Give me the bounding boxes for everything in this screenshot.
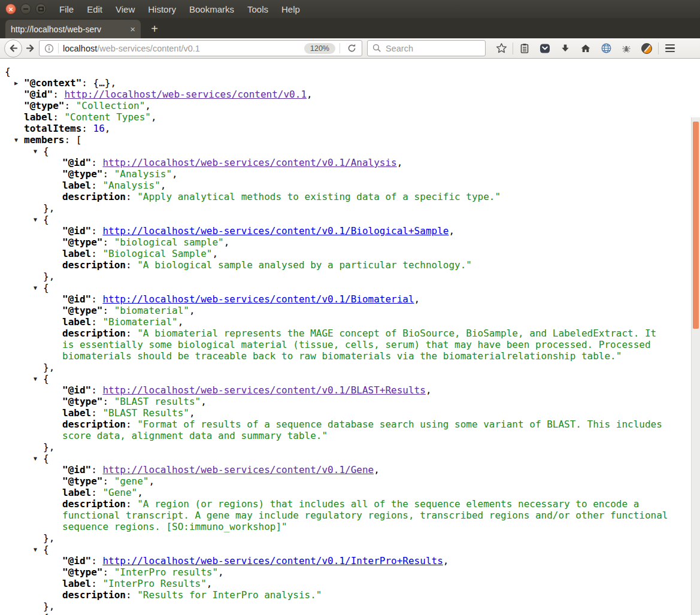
json-line: "@type": "Collection", <box>0 100 669 111</box>
json-punct: , <box>307 89 313 100</box>
reload-button[interactable] <box>344 43 359 53</box>
window-maximize-button[interactable] <box>35 4 46 14</box>
spider-extension-button[interactable] <box>616 41 637 56</box>
url-text[interactable]: localhost/web-services/content/v0.1 <box>63 44 304 53</box>
bookmarks-menu-button[interactable] <box>514 41 535 56</box>
collapse-toggle-icon[interactable]: ▼ <box>14 134 18 146</box>
url-bar[interactable]: localhost/web-services/content/v0.1 120% <box>39 40 362 56</box>
json-line: }, <box>0 532 669 544</box>
json-link[interactable]: http://localhost/web-services/content/v0… <box>102 464 374 475</box>
json-punct: : <box>91 316 102 328</box>
json-punct: : <box>102 305 114 316</box>
json-string: "A biological sample analysed by a parti… <box>137 259 472 271</box>
json-key: description <box>62 259 126 271</box>
json-link[interactable]: http://localhost/web-services/content/v0… <box>102 225 449 237</box>
json-punct: : <box>126 589 137 601</box>
menu-tools[interactable]: Tools <box>241 4 275 14</box>
menu-view[interactable]: View <box>109 4 141 14</box>
json-line: "@id": http://localhost/web-services/con… <box>0 293 669 305</box>
json-document: {▶"@context": {…},"@id": http://localhos… <box>0 59 691 615</box>
bookmark-star-button[interactable] <box>491 41 511 56</box>
json-line: "@id": http://localhost/web-services/con… <box>0 384 669 396</box>
zoom-indicator[interactable]: 120% <box>304 43 335 54</box>
collapse-toggle-icon[interactable]: ▼ <box>34 146 37 157</box>
tab-title-fade <box>110 25 127 34</box>
collapse-toggle-icon[interactable]: ▼ <box>34 544 37 555</box>
tab-title: http://localhost/web-serv <box>11 25 127 34</box>
scrollbar[interactable] <box>691 117 700 615</box>
tab-close-button[interactable]: × <box>130 24 135 34</box>
json-line: "@id": http://localhost/web-services/con… <box>0 89 669 100</box>
json-line: label: "Biological Sample", <box>0 248 669 259</box>
json-line: { <box>0 66 669 77</box>
new-tab-button[interactable]: + <box>146 21 163 37</box>
json-string: "Results for InterPro analysis." <box>137 589 322 601</box>
collapse-toggle-icon[interactable]: ▼ <box>34 282 37 293</box>
window-minimize-button[interactable] <box>20 4 31 14</box>
json-punct: }, <box>43 202 54 214</box>
json-link[interactable]: http://localhost/web-services/content/v0… <box>64 89 307 100</box>
json-link[interactable]: http://localhost/web-services/content/v0… <box>102 555 443 566</box>
collapse-toggle-icon[interactable]: ▼ <box>34 612 37 615</box>
json-key: label <box>24 111 53 123</box>
json-line: "@type": "Analysis", <box>0 168 669 180</box>
json-punct: : <box>91 157 102 168</box>
navigation-toolbar: localhost/web-services/content/v0.1 120%… <box>0 38 700 59</box>
menu-button[interactable] <box>660 41 680 56</box>
json-punct: }, <box>43 601 54 612</box>
json-line: ▼{ <box>0 146 669 157</box>
home-button[interactable] <box>575 41 596 56</box>
json-line: }, <box>0 271 669 282</box>
json-key: "@id" <box>62 293 91 305</box>
json-punct: : <box>53 89 64 100</box>
json-punct: : <box>102 475 114 487</box>
back-button[interactable] <box>4 40 22 57</box>
globe-extension-button[interactable] <box>596 41 616 56</box>
json-key: description <box>62 589 126 601</box>
forward-button[interactable] <box>22 41 38 56</box>
search-bar[interactable]: Search <box>367 40 486 56</box>
json-line: "@type": "InterPro results", <box>0 566 669 578</box>
expand-toggle-icon[interactable]: ▶ <box>14 77 18 89</box>
json-key: "@type" <box>62 237 102 248</box>
menu-bookmarks[interactable]: Bookmarks <box>183 4 241 14</box>
json-line: label: "Gene", <box>0 487 669 498</box>
downloads-button[interactable] <box>555 41 575 56</box>
collapse-toggle-icon[interactable]: ▼ <box>34 214 37 225</box>
json-punct: : <box>91 384 102 396</box>
minimize-icon <box>23 8 28 10</box>
json-punct: { <box>5 66 11 77</box>
menu-history[interactable]: History <box>141 4 183 14</box>
json-link[interactable]: http://localhost/web-services/content/v0… <box>102 384 425 396</box>
json-punct: , <box>218 566 224 578</box>
json-line: "@id": http://localhost/web-services/con… <box>0 464 669 475</box>
json-link[interactable]: http://localhost/web-services/content/v0… <box>102 293 414 305</box>
browser-tab-active[interactable]: http://localhost/web-serv × <box>5 20 141 38</box>
pocket-button[interactable] <box>535 41 555 56</box>
menu-file[interactable]: File <box>53 4 80 14</box>
search-icon <box>372 44 381 53</box>
json-punct: : <box>102 168 114 180</box>
menu-edit[interactable]: Edit <box>80 4 109 14</box>
collapse-toggle-icon[interactable]: ▼ <box>34 453 37 464</box>
json-punct: , <box>172 168 178 180</box>
json-string: "Format of results of a sequence databas… <box>62 419 662 441</box>
json-punct: , <box>189 305 195 316</box>
json-line: "@type": "BLAST results", <box>0 396 669 407</box>
logo-extension-button[interactable] <box>637 41 657 56</box>
collapse-toggle-icon[interactable]: ▼ <box>34 373 37 384</box>
window-titlebar: × FileEditViewHistoryBookmarksToolsHelp <box>0 0 700 18</box>
json-punct: : <box>91 407 102 419</box>
json-link[interactable]: http://localhost/web-services/content/v0… <box>102 157 396 168</box>
menu-help[interactable]: Help <box>275 4 307 14</box>
json-line: }, <box>0 362 669 373</box>
json-punct: , <box>207 578 213 589</box>
json-punct: , <box>145 100 151 111</box>
window-close-button[interactable]: × <box>5 4 16 14</box>
json-line: ▼{ <box>0 453 669 464</box>
json-key: description <box>62 191 126 202</box>
scrollbar-thumb[interactable] <box>693 122 699 329</box>
json-punct: , <box>160 180 166 191</box>
page-info-icon[interactable] <box>44 44 54 53</box>
json-number: 16 <box>93 123 105 134</box>
